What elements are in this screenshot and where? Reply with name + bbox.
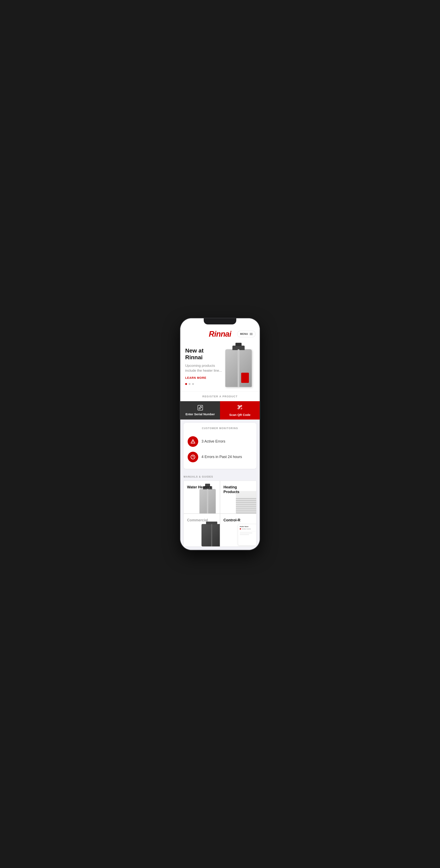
- scan-qr-button[interactable]: Scan QR Code: [220, 401, 260, 420]
- manual-item-water-heaters[interactable]: Water Heaters: [184, 481, 220, 514]
- past-errors-text: 4 Errors in Past 24 hours: [201, 455, 242, 459]
- phone-frame: Rinnai MENU New at Rinnai Upcoming produ…: [180, 318, 260, 550]
- menu-label: MENU: [240, 333, 248, 335]
- commercial-image: [199, 520, 220, 547]
- svg-rect-3: [239, 407, 240, 408]
- register-section: REGISTER A PRODUCT: [180, 392, 260, 401]
- enter-serial-label: Enter Serial Number: [185, 412, 215, 416]
- heating-products-title: Heating Products: [224, 485, 253, 495]
- past-errors-icon-circle: [188, 452, 198, 462]
- manuals-grid: Water Heaters: [183, 480, 257, 547]
- hero-banner: New at Rinnai Upcoming products include …: [180, 342, 260, 392]
- svg-rect-0: [198, 405, 203, 410]
- water-heaters-title: Water Heaters: [187, 485, 216, 490]
- screen-content: Rinnai MENU New at Rinnai Upcoming produ…: [180, 318, 260, 550]
- monitoring-section-label: CUSTOMER MONITORING: [188, 427, 252, 430]
- notch: [204, 318, 236, 324]
- app-logo: Rinnai: [209, 330, 231, 339]
- manuals-section-label: MANUALS & GUIDES: [183, 474, 257, 480]
- register-label: REGISTER A PRODUCT: [183, 395, 257, 398]
- control-r-title: Control-R: [224, 518, 253, 523]
- hero-text: New at Rinnai Upcoming products include …: [185, 347, 222, 385]
- active-errors-item[interactable]: 3 Active Errors: [188, 434, 252, 449]
- carousel-dot-2[interactable]: [189, 383, 191, 385]
- svg-rect-2: [240, 406, 241, 407]
- action-buttons: Enter Serial Number Scan QR Code: [180, 401, 260, 420]
- manual-item-control-r[interactable]: Control-R Heater Name Tankless Inactive: [220, 514, 256, 547]
- hero-description: Upcoming products include the heater lin…: [185, 363, 222, 373]
- qr-scan-icon: [237, 404, 243, 411]
- hero-title: New at Rinnai: [185, 347, 222, 361]
- svg-rect-1: [239, 406, 240, 407]
- control-r-image: Heater Name Tankless Inactive: [236, 520, 256, 547]
- manual-item-commercial[interactable]: Commercial: [184, 514, 220, 547]
- manuals-section: MANUALS & GUIDES Water Heaters: [180, 472, 260, 550]
- menu-button[interactable]: MENU: [237, 331, 256, 337]
- manual-item-heating-products[interactable]: Heating Products: [220, 481, 256, 514]
- active-errors-text: 3 Active Errors: [201, 439, 225, 443]
- carousel-dot-1[interactable]: [185, 383, 187, 385]
- active-errors-icon-circle: [188, 436, 198, 447]
- carousel-dots: [185, 383, 222, 385]
- commercial-title: Commercial: [187, 518, 216, 523]
- scan-qr-label: Scan QR Code: [229, 413, 250, 416]
- past-errors-item[interactable]: 4 Errors in Past 24 hours: [188, 449, 252, 465]
- serial-icon: [197, 405, 203, 411]
- enter-serial-button[interactable]: Enter Serial Number: [180, 401, 220, 420]
- hero-product-image: [222, 346, 255, 386]
- learn-more-link[interactable]: LEARN MORE: [185, 376, 222, 379]
- heater-illustration: [225, 349, 252, 387]
- carousel-dot-3[interactable]: [192, 383, 194, 385]
- phone-screen: Rinnai MENU New at Rinnai Upcoming produ…: [180, 318, 260, 550]
- header: Rinnai MENU: [180, 327, 260, 342]
- hamburger-icon: [250, 333, 252, 335]
- monitoring-section: CUSTOMER MONITORING 3 Active Errors: [180, 420, 260, 472]
- svg-point-5: [193, 442, 193, 443]
- monitoring-card: CUSTOMER MONITORING 3 Active Errors: [183, 423, 257, 469]
- water-heaters-image: [199, 487, 220, 514]
